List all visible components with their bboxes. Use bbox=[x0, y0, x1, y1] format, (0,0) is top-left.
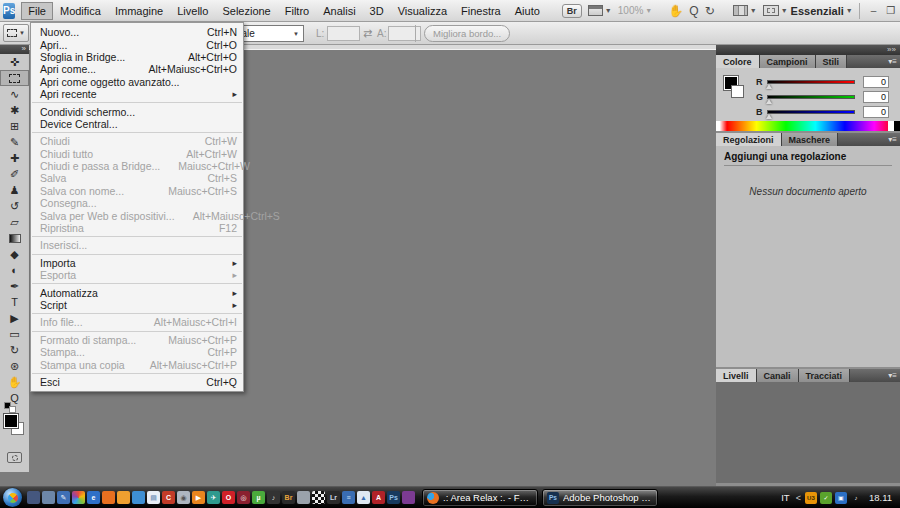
black-white-ramp[interactable] bbox=[888, 121, 900, 131]
file-menu-item[interactable]: Apri recente▸ bbox=[31, 88, 243, 100]
pen-tool[interactable]: ✒ bbox=[0, 278, 29, 294]
photo-viewer-icon[interactable]: ▲ bbox=[357, 491, 370, 504]
channel-slider[interactable] bbox=[767, 110, 855, 114]
screen-mode-button[interactable]: ▼ bbox=[763, 5, 788, 16]
start-button[interactable] bbox=[3, 488, 22, 507]
msn-messenger-icon[interactable] bbox=[117, 491, 130, 504]
tray-expand-arrow[interactable]: < bbox=[796, 493, 801, 503]
file-menu-item[interactable]: Salva per Web e dispositivi...Alt+Maiusc… bbox=[31, 209, 243, 221]
path-selection-tool[interactable]: ▶ bbox=[0, 310, 29, 326]
dock-collapse-button[interactable]: »» bbox=[716, 45, 900, 55]
file-menu-item[interactable]: Sfoglia in Bridge...Alt+Ctrl+O bbox=[31, 51, 243, 63]
file-menu-item[interactable]: Inserisci... bbox=[31, 239, 243, 251]
launch-bridge-button[interactable]: Br bbox=[562, 4, 582, 18]
3d-rotate-tool[interactable]: ↻ bbox=[0, 342, 29, 358]
remote-desktop-icon[interactable] bbox=[27, 491, 40, 504]
channel-slider[interactable] bbox=[767, 80, 855, 84]
channel-slider[interactable] bbox=[767, 95, 855, 99]
menubar-item-3d[interactable]: 3D bbox=[363, 2, 391, 20]
network-icon[interactable]: ▣ bbox=[835, 492, 847, 504]
file-menu-item[interactable]: SalvaCtrl+S bbox=[31, 172, 243, 184]
menubar-item-finestra[interactable]: Finestra bbox=[454, 2, 508, 20]
acrobat-icon[interactable]: A bbox=[372, 491, 385, 504]
menubar-item-modifica[interactable]: Modifica bbox=[53, 2, 108, 20]
color-tab-colore[interactable]: Colore bbox=[716, 55, 760, 68]
file-menu-item[interactable]: Stampa una copiaAlt+Maiusc+Ctrl+P bbox=[31, 358, 243, 370]
history-brush-tool[interactable]: ↺ bbox=[0, 198, 29, 214]
view-extras-button[interactable]: ▼ bbox=[588, 5, 612, 16]
file-menu-item[interactable]: Device Central... bbox=[31, 118, 243, 130]
lightroom-icon[interactable]: Lr bbox=[327, 491, 340, 504]
file-menu-item[interactable]: Esporta▸ bbox=[31, 269, 243, 281]
channel-value[interactable]: 0 bbox=[863, 106, 889, 118]
media-app-icon[interactable]: ▶ bbox=[192, 491, 205, 504]
rectangular-marquee-tool[interactable] bbox=[0, 70, 29, 86]
color-tab-stili[interactable]: Stili bbox=[816, 55, 848, 68]
teal-app-icon[interactable]: ✈ bbox=[207, 491, 220, 504]
volume-icon[interactable]: ♪ bbox=[850, 492, 862, 504]
menubar-item-immagine[interactable]: Immagine bbox=[108, 2, 170, 20]
arrange-documents-button[interactable]: ▼ bbox=[733, 5, 757, 16]
hand-tool[interactable]: ✋ bbox=[0, 374, 29, 390]
file-menu-item[interactable]: Apri...Ctrl+O bbox=[31, 38, 243, 50]
layers-panel-menu-icon[interactable]: ▾≡ bbox=[888, 371, 897, 380]
menubar-item-selezione[interactable]: Selezione bbox=[215, 2, 277, 20]
workspace-switcher[interactable]: Essenziali bbox=[791, 5, 844, 17]
file-menu-item[interactable]: Condividi schermo... bbox=[31, 105, 243, 117]
eraser-tool[interactable]: ▱ bbox=[0, 214, 29, 230]
layers-tab-tracciati[interactable]: Tracciati bbox=[799, 369, 851, 382]
firefox-icon[interactable] bbox=[102, 491, 115, 504]
brush-tool[interactable]: ✐ bbox=[0, 166, 29, 182]
zoom-level-button[interactable]: 100%▼ bbox=[618, 5, 653, 16]
audio-app-icon[interactable]: ♪ bbox=[267, 491, 280, 504]
file-menu-item[interactable]: EsciCtrl+Q bbox=[31, 376, 243, 388]
photoshop-icon[interactable]: Ps bbox=[387, 491, 400, 504]
gradient-tool[interactable] bbox=[0, 230, 29, 246]
picasa-icon[interactable] bbox=[72, 491, 85, 504]
layers-tab-canali[interactable]: Canali bbox=[757, 369, 799, 382]
toolbar-collapse-button[interactable]: » bbox=[0, 45, 29, 54]
file-menu-item[interactable]: Salva con nome...Maiusc+Ctrl+S bbox=[31, 185, 243, 197]
type-tool[interactable]: T bbox=[0, 294, 29, 310]
file-menu-item[interactable]: Consegna... bbox=[31, 197, 243, 209]
channel-value[interactable]: 0 bbox=[863, 76, 889, 88]
file-menu-item[interactable]: Formato di stampa...Maiusc+Ctrl+P bbox=[31, 334, 243, 346]
taskbar-button-firefox-window[interactable]: .: Area Relax :. - Foru... bbox=[422, 489, 538, 507]
adjustments-tab-regolazioni[interactable]: Regolazioni bbox=[716, 133, 782, 146]
file-menu-item[interactable]: ChiudiCtrl+W bbox=[31, 135, 243, 147]
menubar-item-analisi[interactable]: Analisi bbox=[316, 2, 362, 20]
disc-app-icon[interactable]: ◉ bbox=[177, 491, 190, 504]
taskbar-clock[interactable]: 18.11 bbox=[869, 492, 892, 503]
color-tab-campioni[interactable]: Campioni bbox=[760, 55, 816, 68]
tool-preset-picker[interactable]: ▼ bbox=[3, 24, 29, 42]
spot-healing-brush-tool[interactable]: ✚ bbox=[0, 150, 29, 166]
file-menu-item[interactable]: Chiudi tuttoAlt+Ctrl+W bbox=[31, 148, 243, 160]
menubar-item-visualizza[interactable]: Visualizza bbox=[391, 2, 454, 20]
photoshop-logo[interactable]: Ps bbox=[3, 3, 15, 19]
menubar-item-file[interactable]: File bbox=[21, 2, 53, 20]
shape-tool[interactable]: ▭ bbox=[0, 326, 29, 342]
menubar-item-livello[interactable]: Livello bbox=[170, 2, 215, 20]
file-menu-item[interactable]: Apri come...Alt+Maiusc+Ctrl+O bbox=[31, 63, 243, 75]
file-menu-item[interactable]: Automatizza▸ bbox=[31, 286, 243, 298]
adjustments-tab-maschere[interactable]: Maschere bbox=[782, 133, 839, 146]
disc-stack-icon[interactable]: ≡ bbox=[342, 491, 355, 504]
file-menu-item[interactable]: Nuovo...Ctrl+N bbox=[31, 26, 243, 38]
dodge-tool[interactable]: ◐ bbox=[0, 262, 29, 278]
blur-tool[interactable]: ◆ bbox=[0, 246, 29, 262]
purple-app-icon[interactable] bbox=[402, 491, 415, 504]
menubar-item-aiuto[interactable]: Aiuto bbox=[508, 2, 547, 20]
slider-thumb-icon[interactable] bbox=[766, 99, 772, 104]
channel-value[interactable]: 0 bbox=[863, 91, 889, 103]
checkered-flag-icon[interactable] bbox=[312, 491, 325, 504]
slider-thumb-icon[interactable] bbox=[766, 114, 772, 119]
background-color-swatch[interactable] bbox=[731, 85, 744, 98]
taskbar-button-photoshop-window[interactable]: PsAdobe Photoshop C... bbox=[542, 489, 658, 507]
quick-selection-tool[interactable]: ✱ bbox=[0, 102, 29, 118]
adobe-bridge-icon[interactable]: Br bbox=[282, 491, 295, 504]
pen-app-icon[interactable]: ✎ bbox=[57, 491, 70, 504]
antivirus-icon[interactable]: ✓ bbox=[820, 492, 832, 504]
hand-icon[interactable]: ✋ bbox=[668, 5, 683, 17]
language-indicator[interactable]: IT bbox=[781, 492, 789, 503]
color-spectrum-ramp[interactable] bbox=[716, 121, 900, 131]
